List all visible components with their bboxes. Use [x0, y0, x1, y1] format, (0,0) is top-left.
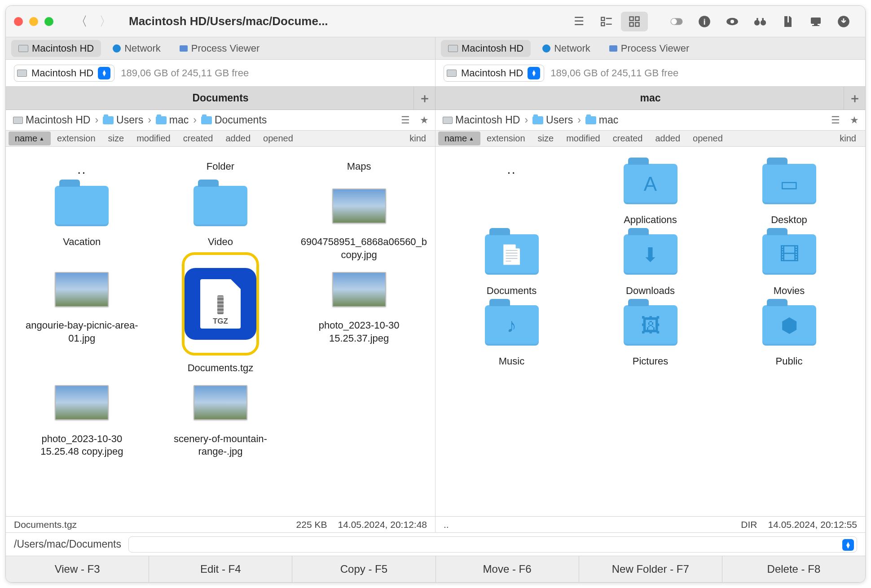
location-tab[interactable]: Macintosh HD — [11, 40, 101, 57]
list-toggle-button[interactable]: ☰ — [827, 113, 844, 127]
file-item[interactable]: TGZDocuments.tgz — [154, 266, 288, 375]
function-button[interactable]: Copy - F5 — [292, 556, 436, 582]
status-left: Documents.tgz 225 KB 14.05.2024, 20:12:4… — [6, 517, 436, 532]
column-header[interactable]: opened — [257, 132, 299, 145]
column-header[interactable]: modified — [130, 132, 177, 145]
file-name-label: Movies — [774, 285, 805, 298]
status-file: Documents.tgz — [14, 519, 77, 530]
breadcrumb-segment[interactable]: Users — [530, 113, 576, 127]
file-item[interactable]: Video — [154, 182, 288, 261]
file-item[interactable]: 🎞Movies — [722, 231, 856, 298]
file-item[interactable]: ⬢Public — [722, 302, 856, 368]
volume-selector[interactable]: Macintosh HD ▲▼ — [444, 65, 544, 82]
add-tab-button[interactable]: ＋ — [844, 87, 865, 110]
function-button[interactable]: Delete - F8 — [722, 556, 865, 582]
column-header[interactable]: extension — [480, 132, 532, 145]
breadcrumb-segment[interactable]: mac — [153, 113, 191, 127]
breadcrumb-left: Macintosh HD›Users›mac›Documents ☰ ★ — [6, 110, 436, 130]
volume-space-label: 189,06 GB of 245,11 GB free — [550, 67, 678, 79]
column-header[interactable]: kind — [403, 132, 432, 145]
info-icon[interactable]: i — [691, 12, 718, 31]
column-header[interactable]: added — [649, 132, 686, 145]
nav-back-button[interactable]: 〈 — [71, 13, 91, 31]
file-item[interactable]: photo_2023-10-30 15.25.37.jpeg — [292, 266, 426, 375]
svg-rect-4 — [630, 17, 633, 20]
function-button[interactable]: View - F3 — [6, 556, 149, 582]
column-header[interactable]: extension — [51, 132, 102, 145]
archive-icon[interactable] — [774, 12, 801, 31]
view-list-icon[interactable]: ☰ — [565, 12, 592, 31]
file-item[interactable]: angourie-bay-picnic-area-01.jpg — [15, 266, 149, 375]
function-button[interactable]: Edit - F4 — [149, 556, 292, 582]
download-icon[interactable] — [830, 12, 857, 31]
command-input[interactable]: ▲▼ — [128, 536, 857, 553]
location-tab[interactable]: Process Viewer — [602, 40, 696, 57]
file-name-label: 6904758951_6868a06560_b copy.jpg — [301, 236, 418, 261]
command-line: /Users/mac/Documents ▲▼ — [6, 533, 865, 556]
breadcrumb-segment[interactable]: Documents — [198, 113, 269, 127]
network-icon[interactable] — [802, 12, 829, 31]
breadcrumb-segment[interactable]: Users — [100, 113, 146, 127]
column-header[interactable]: created — [177, 132, 220, 145]
column-header[interactable]: name ▲ — [9, 132, 51, 145]
location-tabs-left: Macintosh HDNetworkProcess Viewer — [6, 37, 436, 59]
file-item[interactable]: Folder — [154, 160, 288, 178]
nav-forward-button[interactable]: 〉 — [96, 13, 115, 31]
breadcrumb-segment[interactable]: Macintosh HD — [10, 113, 93, 127]
volume-selector[interactable]: Macintosh HD ▲▼ — [14, 65, 114, 82]
volume-left: Macintosh HD ▲▼ 189,06 GB of 245,11 GB f… — [6, 60, 436, 86]
location-tab[interactable]: Network — [106, 40, 168, 57]
file-item[interactable]: photo_2023-10-30 15.25.48 copy.jpeg — [15, 379, 149, 458]
folder-icon: 🎞 — [762, 234, 816, 275]
fullscreen-window-button[interactable] — [44, 17, 53, 26]
column-header[interactable]: size — [532, 132, 560, 145]
function-button[interactable]: New Folder - F7 — [579, 556, 722, 582]
column-header[interactable]: opened — [686, 132, 729, 145]
column-header[interactable]: kind — [833, 132, 862, 145]
close-window-button[interactable] — [14, 17, 23, 26]
chevron-updown-icon: ▲▼ — [842, 539, 854, 551]
file-item[interactable]: AApplications — [583, 160, 717, 227]
file-grid-right: ..AApplications▭Desktop📄Documents⬇Downlo… — [436, 147, 865, 373]
file-item[interactable]: scenery-of-mountain-range-.jpg — [154, 379, 288, 458]
folder-icon: ⬢ — [762, 305, 816, 346]
breadcrumb-right: Macintosh HD›Users›mac ☰ ★ — [436, 110, 865, 130]
breadcrumb-segment[interactable]: Macintosh HD — [440, 113, 523, 127]
column-header[interactable]: added — [219, 132, 257, 145]
file-item[interactable]: ⬇Downloads — [583, 231, 717, 298]
file-grid-left: ..FolderMapsVacationVideo6904758951_6868… — [6, 147, 435, 463]
breadcrumb-segment[interactable]: mac — [583, 113, 621, 127]
binoculars-icon[interactable] — [747, 12, 774, 31]
location-tab[interactable]: Process Viewer — [172, 40, 267, 57]
window-controls — [14, 17, 53, 26]
toggle-hidden-icon[interactable] — [663, 12, 690, 31]
file-item[interactable]: 📄Documents — [444, 231, 579, 298]
file-item[interactable]: ▭Desktop — [722, 160, 856, 227]
minimize-window-button[interactable] — [29, 17, 38, 26]
column-header[interactable]: size — [102, 132, 131, 145]
list-toggle-button[interactable]: ☰ — [397, 113, 414, 127]
file-item[interactable]: Maps — [292, 160, 426, 178]
favorite-button[interactable]: ★ — [846, 113, 862, 127]
column-header[interactable]: modified — [560, 132, 607, 145]
view-columns-icon[interactable] — [593, 12, 620, 31]
preview-icon[interactable] — [719, 12, 746, 31]
location-tab[interactable]: Network — [535, 40, 598, 57]
file-item[interactable]: ♪Music — [444, 302, 579, 368]
disk-icon — [448, 45, 458, 52]
function-button[interactable]: Move - F6 — [436, 556, 579, 582]
app-icon — [180, 45, 188, 52]
file-item[interactable]: 🖼Pictures — [583, 302, 717, 368]
file-item[interactable]: .. — [15, 160, 149, 178]
favorite-button[interactable]: ★ — [416, 113, 432, 127]
file-item[interactable]: 6904758951_6868a06560_b copy.jpg — [292, 182, 426, 261]
folder-icon — [201, 116, 212, 124]
location-tab[interactable]: Macintosh HD — [441, 40, 531, 57]
file-item[interactable]: Vacation — [15, 182, 149, 261]
file-item[interactable]: .. — [444, 160, 579, 227]
add-tab-button[interactable]: ＋ — [414, 87, 435, 110]
column-header[interactable]: name ▲ — [438, 132, 480, 145]
column-header[interactable]: created — [607, 132, 649, 145]
svg-rect-19 — [811, 18, 821, 24]
view-grid-icon[interactable] — [621, 12, 648, 31]
